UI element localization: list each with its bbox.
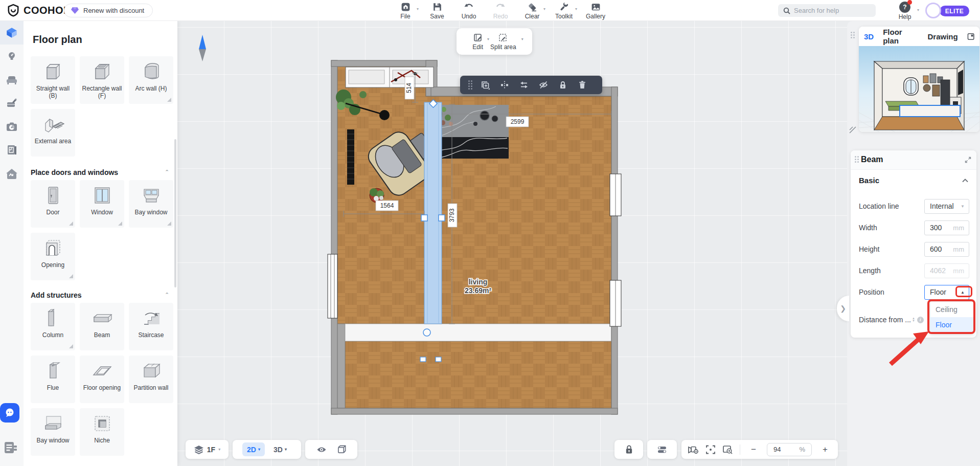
fit-view-button[interactable]: [705, 445, 716, 455]
option-floor[interactable]: Floor: [930, 317, 973, 332]
panel-toggle-icon[interactable]: [967, 33, 974, 40]
help-caret-icon[interactable]: ▾: [917, 8, 919, 12]
tool-arc-wall[interactable]: Arc wall (H): [129, 56, 173, 104]
floor-plan-drawing[interactable]: 514 2599 1564 3793 living 23.69m²: [286, 46, 665, 425]
view-card: 3D Floor plan Drawing: [859, 27, 979, 132]
walkthrough-button[interactable]: [688, 445, 699, 454]
coohom-logo[interactable]: COOHOM: [7, 4, 72, 17]
rail-render-tab[interactable]: [0, 92, 24, 115]
tool-column[interactable]: Column: [31, 303, 75, 350]
tool-door[interactable]: Door: [31, 180, 75, 228]
window-right-1[interactable]: [610, 174, 621, 216]
lock-canvas-button[interactable]: [614, 440, 643, 459]
window-left[interactable]: [328, 254, 337, 318]
shelf[interactable]: [347, 129, 354, 185]
flip-button[interactable]: [514, 76, 534, 94]
tool-bay-window-structure[interactable]: Bay window: [31, 408, 75, 456]
beam-panel-header[interactable]: Beam: [851, 150, 976, 170]
save-button[interactable]: Save: [425, 2, 449, 20]
basic-section-header[interactable]: Basic: [859, 176, 968, 185]
rail-drawings-tab[interactable]: [0, 139, 24, 162]
width-input[interactable]: 300 mm: [924, 220, 969, 235]
tab-drawing[interactable]: Drawing: [927, 32, 958, 41]
duplicate-button[interactable]: [475, 76, 495, 94]
expand-panel-icon[interactable]: [965, 157, 971, 163]
section-collapse-icon[interactable]: ⌃: [165, 169, 169, 175]
file-menu[interactable]: File ▾: [394, 2, 417, 20]
wardrobe[interactable]: [346, 67, 434, 87]
elite-badge[interactable]: ELITE: [940, 6, 969, 16]
tool-straight-wall[interactable]: Straight wall (B): [31, 56, 75, 104]
toggles-button[interactable]: [647, 440, 677, 459]
bay-window-structure-icon: [31, 412, 75, 435]
selected-beam[interactable]: [424, 102, 442, 324]
window-right-2[interactable]: [610, 280, 621, 326]
sort-arrows-icon[interactable]: ▲▼: [912, 317, 915, 322]
app-window: 514 2599 1564 3793 living 23.69m²: [0, 0, 980, 466]
beam-panel-drag-handle[interactable]: [855, 156, 859, 163]
undo-button[interactable]: Undo: [457, 2, 481, 20]
tool-window[interactable]: Window: [80, 180, 124, 228]
position-select[interactable]: Floor ▲: [924, 285, 969, 300]
tool-floor-opening[interactable]: Floor opening: [80, 356, 124, 403]
undo-icon: [463, 2, 474, 12]
chat-support-button[interactable]: [0, 403, 19, 423]
delete-button[interactable]: [573, 76, 592, 94]
help-search[interactable]: Search for help: [778, 4, 876, 17]
rail-inspiration-tab[interactable]: [0, 45, 24, 68]
gallery-button[interactable]: Gallery: [584, 2, 607, 20]
toolbar-drag-handle[interactable]: [465, 76, 475, 94]
edit-button[interactable]: Edit ▾: [472, 33, 483, 51]
rail-floorplan-tab[interactable]: [0, 21, 24, 45]
zoom-out-button[interactable]: −: [747, 445, 760, 455]
tool-flue[interactable]: Flue: [31, 356, 75, 403]
display-options: [305, 440, 357, 459]
split-area-button[interactable]: Split area ▾: [490, 33, 516, 51]
rail-furniture-tab[interactable]: [0, 68, 24, 92]
preview-3d[interactable]: [859, 46, 979, 132]
tool-rectangle-wall[interactable]: Rectangle wall (F): [80, 56, 124, 104]
tool-staircase[interactable]: Staircase: [129, 303, 173, 350]
floor-label: 1F: [207, 446, 215, 454]
model-view-button[interactable]: [337, 445, 347, 454]
height-input[interactable]: 600 mm: [924, 242, 969, 257]
zoom-region-button[interactable]: [722, 445, 733, 455]
lock-button[interactable]: [553, 76, 573, 94]
section-collapse-icon[interactable]: ⌃: [165, 292, 169, 298]
tool-niche[interactable]: Niche: [80, 408, 124, 456]
toolkit-menu[interactable]: Toolkit ▾: [552, 2, 576, 20]
split-area-caret-icon[interactable]: ▾: [521, 37, 523, 41]
help-button[interactable]: ? Help: [896, 2, 914, 20]
zoom-level-input[interactable]: 94 %: [767, 443, 812, 456]
tool-beam[interactable]: Beam: [80, 303, 124, 350]
mode-3d-button[interactable]: 3D ▾: [269, 442, 291, 456]
panel-scrollbar[interactable]: [174, 139, 176, 287]
zoom-in-button[interactable]: +: [818, 445, 832, 455]
align-button[interactable]: [495, 76, 514, 94]
edit-caret-icon[interactable]: ▾: [487, 37, 489, 41]
hide-button[interactable]: [534, 76, 553, 94]
renew-discount-button[interactable]: Renew with discount: [64, 4, 153, 17]
tool-partition-wall[interactable]: Partition wall: [129, 356, 173, 403]
bottom-panel-button[interactable]: [3, 440, 18, 457]
clear-menu[interactable]: Clear ▾: [520, 2, 544, 20]
tab-floor-plan[interactable]: Floor plan: [883, 28, 918, 45]
staircase-icon: [129, 306, 173, 330]
preview-resize-handle[interactable]: [849, 126, 857, 134]
tool-opening[interactable]: Opening: [31, 233, 75, 280]
rail-home-ai-tab[interactable]: [0, 162, 24, 186]
option-ceiling[interactable]: Ceiling: [930, 302, 973, 317]
save-icon: [432, 2, 443, 12]
tab-3d[interactable]: 3D: [864, 32, 874, 41]
visibility-button[interactable]: [316, 446, 327, 454]
floor-selector[interactable]: 1F ▾: [186, 440, 229, 459]
location-line-select[interactable]: Internal ▼: [924, 199, 969, 214]
tool-external-area[interactable]: External area: [31, 109, 75, 157]
avatar[interactable]: [925, 3, 941, 18]
diamond-icon: [71, 7, 79, 14]
tool-bay-window[interactable]: Bay window: [129, 180, 173, 228]
view-card-drag-handle[interactable]: [851, 32, 855, 38]
mode-2d-button[interactable]: 2D ▾: [242, 442, 265, 456]
rail-camera-tab[interactable]: [0, 115, 24, 139]
redo-button[interactable]: Redo: [489, 2, 512, 20]
